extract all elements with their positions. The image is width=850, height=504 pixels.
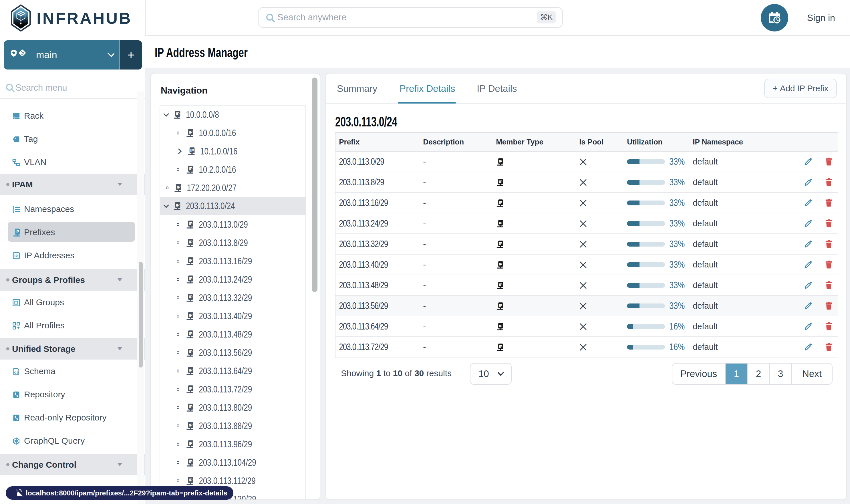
- svg-text:IP: IP: [189, 368, 193, 373]
- svg-text:IP: IP: [189, 258, 193, 263]
- svg-text:IP: IP: [189, 350, 193, 354]
- svg-text:IP: IP: [499, 262, 503, 266]
- svg-text:IP: IP: [189, 460, 193, 464]
- svg-text:IP: IP: [189, 478, 193, 482]
- svg-text:IP: IP: [499, 324, 503, 328]
- svg-text:IP: IP: [14, 253, 18, 258]
- svg-text:IP: IP: [189, 167, 193, 171]
- svg-text:IP: IP: [189, 222, 193, 226]
- svg-text:IP: IP: [189, 405, 193, 409]
- svg-text:IP: IP: [499, 180, 503, 184]
- svg-text:IP: IP: [499, 200, 503, 204]
- svg-text:IP: IP: [499, 241, 503, 246]
- svg-text:IP: IP: [499, 344, 503, 349]
- svg-text:IP: IP: [189, 423, 193, 427]
- svg-text:IP: IP: [15, 229, 19, 234]
- svg-text:IP: IP: [189, 442, 193, 446]
- svg-text:IP: IP: [189, 331, 193, 336]
- svg-text:IP: IP: [177, 185, 180, 190]
- svg-text:IP: IP: [189, 240, 193, 244]
- svg-text:IP: IP: [189, 130, 193, 134]
- svg-text:IP: IP: [189, 276, 193, 281]
- svg-text:IP: IP: [499, 159, 503, 163]
- svg-text:IP: IP: [189, 386, 193, 391]
- svg-text:IP: IP: [499, 283, 503, 287]
- svg-text:IP: IP: [176, 112, 180, 116]
- svg-text:IP: IP: [190, 148, 194, 153]
- svg-text:IP: IP: [189, 313, 193, 318]
- svg-text:IP: IP: [499, 303, 503, 307]
- svg-text:IP: IP: [189, 295, 193, 299]
- svg-text:IP: IP: [499, 221, 503, 225]
- svg-text:IP: IP: [176, 203, 180, 208]
